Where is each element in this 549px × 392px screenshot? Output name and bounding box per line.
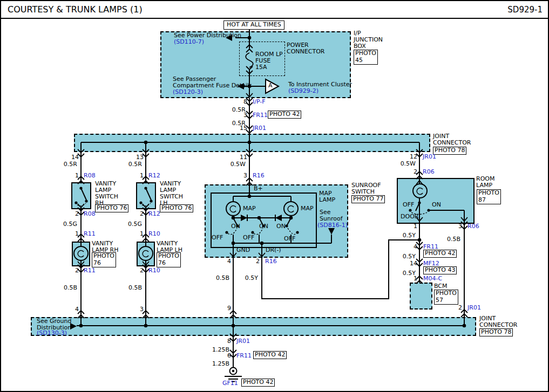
connector-r06-link-2[interactable]: R06 [467,223,479,230]
vanity-switch-lh-label: VANITY LAMP SWITCH LH [160,181,183,207]
joint-connector-top-label: JOINT CONNECTOR [433,133,471,146]
pin-2-r10: 2 [133,267,144,274]
photo-76-link-swlh[interactable]: PHOTO 76 [160,204,193,212]
pin-12: 12 [406,154,417,160]
off-label-1: OFF [212,235,223,241]
connector-fr11-link-3[interactable]: FR11 [236,353,252,359]
amplifier-letter: A [268,82,273,89]
photo-45-link[interactable]: PHOTO 45 [354,50,378,65]
pin-1-r10: 1 [133,231,144,237]
connector-r16-link-2[interactable]: R16 [265,258,277,265]
photo-42-link-feed[interactable]: PHOTO 42 [268,111,301,119]
wire-05y-room: 0.5Y [393,232,416,239]
wire-05b-rh: 0.5B [55,285,77,291]
connector-r12-link-2[interactable]: R12 [148,211,160,217]
joint-connector-bottom-label: JOINT CONNECTOR [479,315,517,328]
wire-05b-map: 0.5B [207,275,229,281]
vanity-switch-lh-box [136,182,156,209]
wire-05w-room: 0.5W [393,161,416,167]
pin-1-m04c: 1 [406,276,417,282]
map-bulb-2-label: MAP [301,205,314,212]
vanity-lamp-lh-label: VANITY LAMP LH [157,240,182,253]
wire-05r-lh: 0.5R [119,161,142,168]
to-instrument-cluster-link[interactable]: (SD929-2) [288,88,318,94]
pin-1-r12: 1 [133,173,144,179]
connector-r10-link-2[interactable]: R10 [148,267,160,274]
photo-42-link-tail[interactable]: PHOTO 42 [253,351,287,359]
pin-4-fr11: 4 [406,244,417,250]
on-label-3: ON [276,223,286,230]
see-ground-distribution-link[interactable]: (SD130-3) [37,330,67,336]
connector-jr01-link-2[interactable]: JR01 [423,154,436,160]
ip-junction-box-label: I/P JUNCTION BOX [354,30,383,50]
photo-76-link-lamprh[interactable]: PHOTO 76 [92,252,116,267]
photo-42-link-ground[interactable]: PHOTO 42 [241,379,275,387]
see-sunroof-link[interactable]: (SD816-1) [317,222,348,229]
pin-3: 3 [236,112,247,119]
pin-4-map-gnd: 4 [220,258,231,265]
connector-jr01-link[interactable]: JR01 [253,125,266,132]
connector-m04c-link[interactable]: M04-C [423,276,442,282]
map-bulb-1-label: MAP [243,205,256,212]
pin-15: 15 [236,125,247,132]
pin-8: 8 [236,99,247,105]
photo-77-link[interactable]: PHOTO 77 [351,195,385,203]
see-passenger-fuse-link[interactable]: (SD120-3) [173,89,203,95]
photo-87-link[interactable]: PHOTO 87 [477,189,501,204]
wire-05y-a: 0.5Y [393,253,416,260]
pin-9: 9 [220,305,231,312]
wiring-diagram-page: COURTESY & TRUNK LAMPS (1) SD929-1 [0,0,549,392]
connector-r16-link[interactable]: R16 [253,173,265,179]
pin-1-room: 1 [406,223,417,230]
pin-1-r08: 1 [68,173,79,179]
photo-76-link-lamplh[interactable]: PHOTO 76 [157,252,181,267]
connector-r08-link[interactable]: R08 [84,173,96,179]
wire-05w-map: 0.5W [223,161,246,168]
photo-78-link-top[interactable]: PHOTO 78 [433,147,466,155]
connector-r08-link-2[interactable]: R08 [84,211,96,217]
wire-05b-lh: 0.5B [119,285,142,291]
connector-ipf-link[interactable]: I/P-F [253,99,266,105]
room-off-label: OFF [403,202,414,208]
pin-2-jr01: 2 [451,305,462,311]
vanity-switch-rh-label: VANITY LAMP SWITCH RH [95,181,118,207]
connector-fr11-link[interactable]: FR11 [253,112,268,119]
connector-r12-link[interactable]: R12 [148,173,160,179]
wire-05b-room: 0.5B [438,236,460,243]
room-on-label: ON [432,202,441,208]
pin-1-r11: 1 [68,231,79,237]
diagram-code: SD929-1 [507,5,543,15]
pin-8-jr01: 8 [220,338,231,345]
ground-symbol [230,368,237,375]
connector-r11-link-2[interactable]: R11 [84,267,96,274]
connector-jr01-link-3[interactable]: JR01 [467,305,481,311]
connector-r10-link[interactable]: R10 [148,231,160,237]
ground-gf11-link[interactable]: GF11 [222,380,238,387]
off-label-2: OFF [243,235,254,241]
pin-4-gnd: 4 [68,306,79,313]
bcm-box [410,283,432,310]
photo-78-link-bottom[interactable]: PHOTO 78 [479,328,513,336]
photo-76-link-swrh[interactable]: PHOTO 76 [95,204,128,212]
connector-jr01-link-4[interactable]: JR01 [236,338,250,345]
wire-05g-lh: 0.5G [119,221,142,228]
see-power-distribution-link[interactable]: (SD110-7) [174,39,204,45]
see-sunroof-label: See Sunroof [320,209,343,222]
power-connector-label: POWER CONNECTOR [287,42,324,55]
room-lamp-title: ROOM LAMP [476,176,494,189]
pin-11: 11 [236,154,247,161]
on-label-1: ON [231,223,240,230]
fuse-label: ROOM LP FUSE 15A [255,51,283,71]
vanity-switch-rh-box [71,182,91,209]
wire-05g-rh: 0.5G [55,221,77,228]
header-divider [1,18,548,19]
connector-r11-link[interactable]: R11 [84,231,96,237]
pin-3-gnd: 3 [133,306,144,313]
photo-43-link[interactable]: PHOTO 43 [423,266,457,274]
wire-05r-rh: 0.5R [55,161,77,168]
wire-125b-2: 1.25B [207,361,229,367]
photo-57-link[interactable]: PHOTO 57 [434,290,458,305]
pin-2-r16: 2 [249,258,260,265]
photo-42-link-fr11[interactable]: PHOTO 42 [423,250,457,258]
connector-r06-link[interactable]: R06 [423,169,435,175]
